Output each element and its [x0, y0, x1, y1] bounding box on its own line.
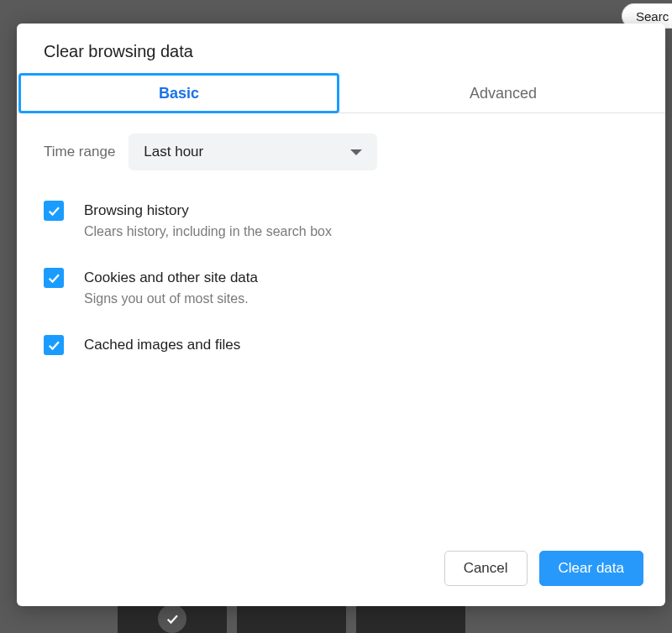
chevron-down-icon	[350, 149, 362, 155]
time-range-selected-value: Last hour	[144, 144, 203, 160]
tabs: Basic Advanced	[17, 73, 665, 113]
checkmark-icon	[158, 604, 186, 633]
time-range-row: Time range Last hour	[44, 133, 638, 170]
tab-basic[interactable]: Basic	[17, 73, 341, 112]
option-text: Cookies and other site data Signs you ou…	[84, 268, 258, 308]
dialog-footer: Cancel Clear data	[17, 537, 665, 606]
option-browsing-history: Browsing history Clears history, includi…	[44, 201, 638, 241]
option-text: Cached images and files	[84, 335, 240, 355]
background-search-label: Searc	[636, 9, 669, 24]
dialog-content: Time range Last hour Browsing history Cl…	[17, 113, 665, 537]
dialog-title: Clear browsing data	[17, 24, 665, 73]
option-title: Cookies and other site data	[84, 268, 258, 288]
clear-browsing-data-dialog: Clear browsing data Basic Advanced Time …	[17, 24, 665, 606]
tab-basic-label: Basic	[159, 85, 199, 102]
background-thumbnail	[237, 604, 346, 633]
option-title: Browsing history	[84, 201, 332, 221]
tab-advanced[interactable]: Advanced	[341, 73, 665, 112]
check-icon	[46, 270, 61, 285]
check-icon	[46, 337, 61, 353]
cancel-button[interactable]: Cancel	[444, 551, 528, 586]
option-cached: Cached images and files	[44, 335, 638, 355]
check-icon	[46, 203, 61, 218]
background-thumbnail	[118, 604, 227, 633]
tab-advanced-label: Advanced	[470, 85, 537, 102]
option-text: Browsing history Clears history, includi…	[84, 201, 332, 241]
time-range-label: Time range	[44, 144, 115, 160]
option-desc: Signs you out of most sites.	[84, 290, 258, 308]
checkbox-cached[interactable]	[44, 335, 64, 355]
clear-data-button[interactable]: Clear data	[539, 551, 643, 586]
option-title: Cached images and files	[84, 335, 240, 355]
background-thumbnails	[118, 604, 465, 633]
checkbox-cookies[interactable]	[44, 268, 64, 288]
background-thumbnail	[356, 604, 465, 633]
option-desc: Clears history, including in the search …	[84, 222, 332, 241]
option-cookies: Cookies and other site data Signs you ou…	[44, 268, 638, 308]
time-range-select[interactable]: Last hour	[129, 133, 377, 170]
checkbox-browsing-history[interactable]	[44, 201, 64, 221]
